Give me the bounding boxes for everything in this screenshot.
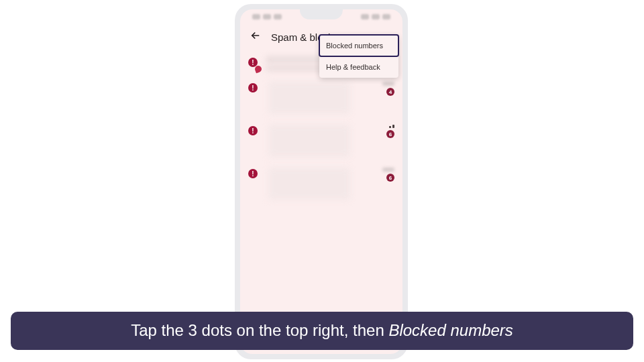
status-blob xyxy=(274,14,282,19)
item-meta: 6 xyxy=(377,168,394,182)
unread-count-badge: 6 xyxy=(386,174,394,182)
status-blob xyxy=(252,14,260,19)
menu-item-help-feedback[interactable]: Help & feedback xyxy=(319,56,398,78)
overflow-menu: Blocked numbers Help & feedback xyxy=(319,35,398,78)
phone-notch xyxy=(300,9,343,19)
spam-alert-icon: ! xyxy=(248,58,259,68)
list-item[interactable]: ! 6 xyxy=(248,168,394,200)
unread-count-badge: 4 xyxy=(386,88,394,96)
unread-count-badge: 6 xyxy=(386,130,394,138)
list-item[interactable]: ! 4 xyxy=(248,82,394,114)
menu-item-blocked-numbers[interactable]: Blocked numbers xyxy=(319,35,398,56)
caption-emphasis: Blocked numbers xyxy=(388,321,513,339)
signal-icon xyxy=(389,125,394,128)
item-meta: 4 xyxy=(377,82,394,96)
back-arrow-icon[interactable] xyxy=(250,29,262,44)
blurred-content xyxy=(266,125,370,157)
status-blob xyxy=(361,14,369,19)
status-blob xyxy=(382,14,390,19)
status-blob xyxy=(263,14,271,19)
status-blob xyxy=(372,14,380,19)
instruction-caption: Tap the 3 dots on the top right, then Bl… xyxy=(11,312,633,350)
caption-prefix: Tap the 3 dots on the top right, then xyxy=(131,321,388,339)
blurred-content xyxy=(266,168,370,200)
list-item[interactable]: ! 6 xyxy=(248,125,394,157)
phone-frame: Spam & block Blocked numbers Help & feed… xyxy=(235,4,408,359)
spam-alert-icon: ! xyxy=(248,83,259,94)
blurred-content xyxy=(266,82,370,114)
spam-alert-icon: ! xyxy=(248,169,259,180)
phone-screen: Spam & block Blocked numbers Help & feed… xyxy=(240,9,402,354)
spam-alert-icon: ! xyxy=(248,126,259,137)
item-meta: 6 xyxy=(377,125,394,138)
